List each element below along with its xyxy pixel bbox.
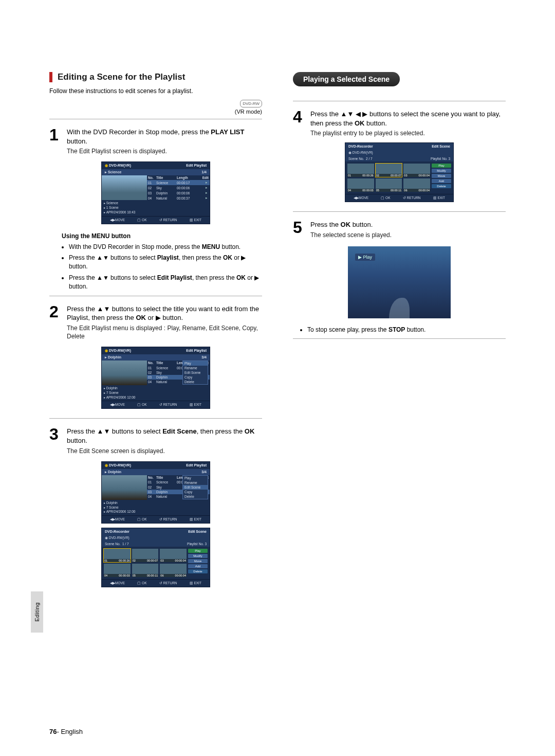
step-number: 4 — [293, 110, 306, 124]
language-label: English — [61, 728, 83, 735]
step-body: Press the ▲▼ ◀ ▶ buttons to select the s… — [310, 110, 506, 137]
intro-text: Follow these instructions to edit scenes… — [49, 87, 262, 95]
divider — [293, 101, 506, 101]
dvd-rw-badge: DVD-RW — [240, 100, 262, 107]
divider — [49, 119, 262, 119]
osd-popup-menu: Play Rename Edit Scene Copy Delete — [182, 475, 208, 499]
play-overlay: ▶ Play — [355, 254, 375, 261]
divider — [49, 418, 262, 419]
using-menu-heading: Using the MENU button — [49, 232, 262, 240]
playback-screenshot: ▶ Play — [348, 246, 451, 318]
left-column: Editing a Scene for the Playlist Follow … — [49, 72, 262, 587]
osd-popup-menu: Play Rename Edit Scene Copy Delete — [182, 361, 208, 385]
step-number: 3 — [49, 427, 63, 442]
step-number: 5 — [293, 220, 306, 235]
stop-bullet: To stop scene play, press the STOP butto… — [293, 326, 506, 334]
vr-mode-text: (VR mode) — [235, 109, 262, 115]
right-column: Playing a Selected Scene 4 Press the ▲▼ … — [293, 72, 506, 587]
subsection-pill: Playing a Selected Scene — [293, 72, 400, 86]
osd-edit-playlist-2: DVD-RW(VR)Edit Playlist ▸ Dolphin3/4 Dol… — [101, 347, 210, 409]
step-1: 1 With the DVD Recorder in Stop mode, pr… — [49, 128, 262, 155]
step-2: 2 Press the ▲▼ buttons to select the tit… — [49, 304, 262, 340]
step-body: Press the ▲▼ buttons to select the title… — [67, 304, 262, 340]
menu-bullets: With the DVD Recorder in Stop mode, pres… — [49, 243, 262, 292]
step-number: 2 — [49, 304, 63, 319]
divider — [293, 211, 506, 212]
step-sub: The Edit Scene screen is displayed. — [67, 447, 262, 455]
step-3: 3 Press the ▲▼ buttons to select Edit Sc… — [49, 427, 262, 455]
divider — [49, 296, 262, 296]
step-body: With the DVD Recorder in Stop mode, pres… — [67, 128, 262, 155]
step-5: 5 Press the OK button. The selected scen… — [293, 220, 506, 239]
vr-mode-label: DVD-RW (VR mode) — [49, 100, 262, 115]
manual-page: Editing a Scene for the Playlist Follow … — [0, 0, 555, 756]
step-sub: The Edit Playlist screen is displayed. — [67, 147, 262, 155]
step-body: Press the OK button. The selected scene … — [310, 220, 506, 239]
list-item: With the DVD Recorder in Stop mode, pres… — [69, 243, 262, 251]
osd-edit-playlist-3: DVD-RW(VR)Edit Playlist ▸ Dolphin3/4 Dol… — [101, 461, 210, 524]
list-item: To stop scene play, press the STOP butto… — [307, 326, 506, 334]
side-tab-label: Editing — [34, 602, 40, 621]
osd-edit-playlist-1: DVD-RW(VR)Edit Playlist ▸ Science1/4 Sci… — [101, 161, 210, 224]
page-number: 76 — [49, 728, 57, 735]
step-4: 4 Press the ▲▼ ◀ ▶ buttons to select the… — [293, 110, 506, 137]
list-item: Press the ▲▼ buttons to select Playlist,… — [69, 254, 262, 272]
step-number: 1 — [49, 128, 63, 142]
step-body: Press the ▲▼ buttons to select Edit Scen… — [67, 427, 262, 455]
step-sub: The selected scene is played. — [310, 231, 506, 239]
section-side-tab: Editing — [31, 591, 43, 633]
section-title: Editing a Scene for the Playlist — [49, 72, 262, 82]
step-sub: The Edit Playlist menu is displayed : Pl… — [67, 324, 262, 340]
page-footer: 76- English — [49, 728, 83, 735]
list-item: Press the ▲▼ buttons to select Edit Play… — [69, 274, 262, 292]
divider — [293, 338, 506, 339]
osd-edit-scene-1: DVD-RecorderEdit Scene ◉ DVD-RW(VR) Scen… — [101, 528, 210, 587]
step-sub: The playlist entry to be played is selec… — [310, 129, 506, 137]
osd-edit-scene-2: DVD-RecorderEdit Scene ◉ DVD-RW(VR) Scen… — [345, 142, 454, 202]
